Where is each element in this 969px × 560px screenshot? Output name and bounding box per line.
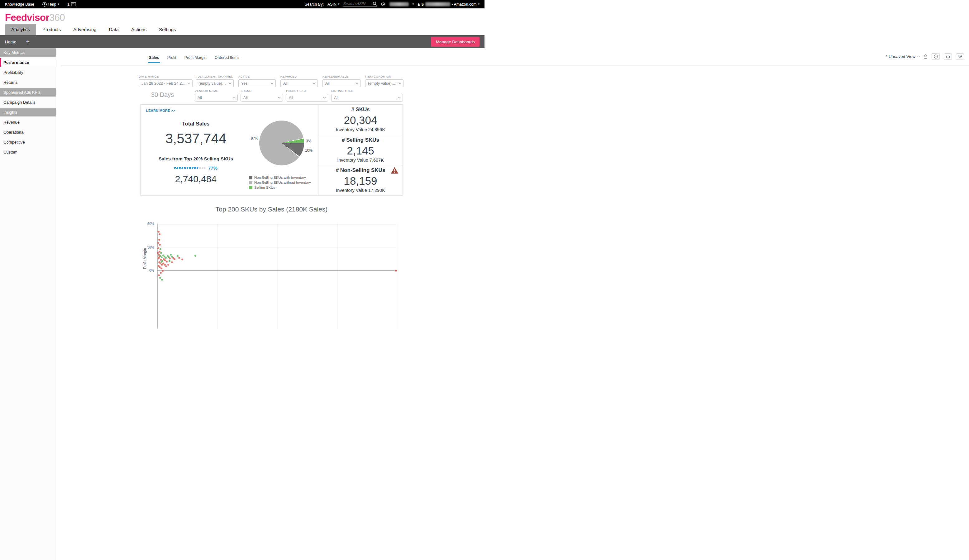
sidebar-header-insights: Insights: [0, 108, 56, 116]
chevron-down-icon: [188, 81, 190, 84]
search-type-select[interactable]: ASIN ▾: [328, 2, 340, 7]
search-field[interactable]: [343, 2, 377, 7]
search-icon[interactable]: [373, 2, 377, 6]
filter-date-range: DATE RANGE Jan 26 2022 - Feb 24 2022: [139, 75, 193, 87]
chevron-down-icon: [323, 96, 326, 98]
top-skus-value: 2,740,484: [144, 174, 248, 184]
account-selector[interactable]: a $ - Amazon.com ▾: [418, 2, 480, 7]
scatter-point: [159, 277, 161, 279]
sidebar-header-key-metrics: Key Metrics: [0, 48, 56, 56]
scatter-point: [162, 270, 163, 272]
stat-non-selling-skus: # Non-Selling SKUs 18,159 Inventory Valu…: [318, 165, 403, 195]
scatter-point: [173, 258, 175, 260]
search-input[interactable]: [343, 2, 371, 6]
sidebar-item-campaign-details[interactable]: Campaign Details: [0, 98, 56, 106]
zero-line: [157, 270, 397, 271]
sidebar-item-revenue[interactable]: Revenue: [0, 118, 56, 126]
sidebar-item-profitability[interactable]: Profitability: [0, 68, 56, 76]
knowledge-base-link[interactable]: Knowledge Base: [5, 2, 34, 7]
nav-tab-products[interactable]: Products: [36, 24, 67, 35]
filter-item-condition: ITEM CONDITION (empty value), ...: [365, 75, 403, 87]
scatter-point: [158, 274, 160, 276]
pie-label-10: 10%: [305, 148, 313, 153]
filter-fulfillment-channel: FULFILLMENT CHANNEL (empty value), ...: [196, 75, 234, 87]
scatter-point: [176, 255, 178, 257]
dashboard-tab-home[interactable]: Home: [5, 40, 16, 44]
nav-tab-actions[interactable]: Actions: [125, 24, 153, 35]
chevron-down-icon: [356, 81, 358, 84]
scatter-chart: Profit Margin 60% 30% 0%: [139, 219, 400, 280]
warning-icon: [390, 167, 399, 175]
sidebar-item-operational[interactable]: Operational: [0, 128, 56, 136]
scatter-point: [158, 233, 160, 235]
scatter-point: [167, 264, 169, 266]
pie-label-3: 3%: [306, 139, 311, 143]
ytick-30: 30%: [145, 246, 154, 249]
sku-pie: [259, 121, 304, 165]
notifications[interactable]: 1: [67, 2, 76, 7]
scatter-point: [171, 261, 173, 263]
feedvisor-logo: Feedvisor360: [5, 12, 65, 23]
top-skus-pct: 77%: [208, 165, 218, 171]
filter-brand: BRAND All: [241, 89, 283, 101]
chevron-down-icon[interactable]: ▾: [413, 3, 414, 6]
filter-parent-sku: PARENT SKU All: [286, 89, 328, 101]
learn-more-link[interactable]: LEARN MORE >>: [146, 109, 175, 113]
chevron-down-icon: [229, 81, 231, 84]
manage-dashboards-button[interactable]: Manage Dashboards: [431, 37, 480, 47]
top-skus-progress: 77%: [144, 165, 248, 171]
filter-active: ACTIVE Yes: [238, 75, 276, 87]
total-sales-block: Total Sales 3,537,744 Sales from Top 20%…: [144, 121, 248, 184]
help-menu[interactable]: ? Help ▾: [42, 2, 59, 7]
scatter-point: [160, 261, 162, 263]
add-dashboard-button[interactable]: +: [26, 38, 30, 45]
primary-nav: Analytics Products Advertising Data Acti…: [5, 24, 182, 35]
y-axis-label: Profit Margin: [143, 235, 147, 280]
legend-item: Non Selling SKUs without Inventory: [249, 181, 311, 184]
top-utility-bar: Knowledge Base ? Help ▾ 1 Search By: ASI…: [0, 0, 484, 8]
account-suffix: - Amazon.com: [452, 2, 477, 7]
filter-listing-title: LISTING TITLE All: [331, 89, 403, 101]
sidebar-item-performance[interactable]: Performance: [0, 58, 56, 66]
scatter-plot: [157, 224, 397, 280]
scatter-point: [160, 272, 162, 274]
redacted-account-name: [425, 2, 450, 6]
filter-vendor-name: VENDOR NAME All: [195, 89, 238, 101]
chevron-down-icon: [398, 81, 401, 84]
scatter-point: [159, 244, 161, 246]
sidebar-item-competitive[interactable]: Competitive: [0, 138, 56, 146]
search-by-label: Search By:: [305, 2, 324, 7]
chevron-down-icon: ▾: [338, 3, 340, 6]
scatter-point: [158, 258, 160, 259]
scatter-point: [169, 258, 171, 259]
legend-swatch-gray: [249, 181, 252, 184]
total-sales-value: 3,537,744: [144, 131, 248, 146]
dashboard-tab-bar: Home + Manage Dashboards: [0, 35, 484, 48]
settings-gear-icon[interactable]: [381, 2, 386, 7]
tab-profit-margin[interactable]: Profit Margin: [180, 53, 211, 63]
scatter-point: [165, 257, 167, 259]
gridline: [157, 224, 397, 224]
sidebar-item-returns[interactable]: Returns: [0, 78, 56, 86]
gridline: [157, 247, 397, 248]
currency-symbol: $: [421, 2, 424, 7]
scatter-point: [160, 248, 162, 250]
nav-tab-data[interactable]: Data: [103, 24, 125, 35]
tab-ordered-items[interactable]: Ordered Items: [211, 53, 244, 63]
sidebar: Key Metrics Performance Profitability Re…: [0, 48, 56, 280]
tab-profit[interactable]: Profit: [163, 53, 180, 63]
logo-primary: Feedvisor: [5, 12, 49, 23]
scatter-point: [168, 260, 170, 262]
chevron-down-icon: [271, 81, 273, 84]
legend-swatch-green: [249, 186, 252, 189]
nav-tab-advertising[interactable]: Advertising: [67, 24, 103, 35]
pie-legend: Non Selling SKUs with Inventory Non Sell…: [249, 176, 311, 191]
nav-tab-analytics[interactable]: Analytics: [5, 24, 36, 35]
chevron-down-icon: ▾: [58, 3, 60, 6]
metric-tabs: Sales Profit Profit Margin Ordered Items: [145, 53, 244, 63]
sidebar-item-custom[interactable]: Custom: [0, 148, 56, 156]
tab-sales[interactable]: Sales: [145, 53, 163, 63]
logo-secondary: 360: [49, 12, 65, 23]
nav-tab-settings[interactable]: Settings: [153, 24, 182, 35]
legend-item: Selling SKUs: [249, 186, 311, 189]
